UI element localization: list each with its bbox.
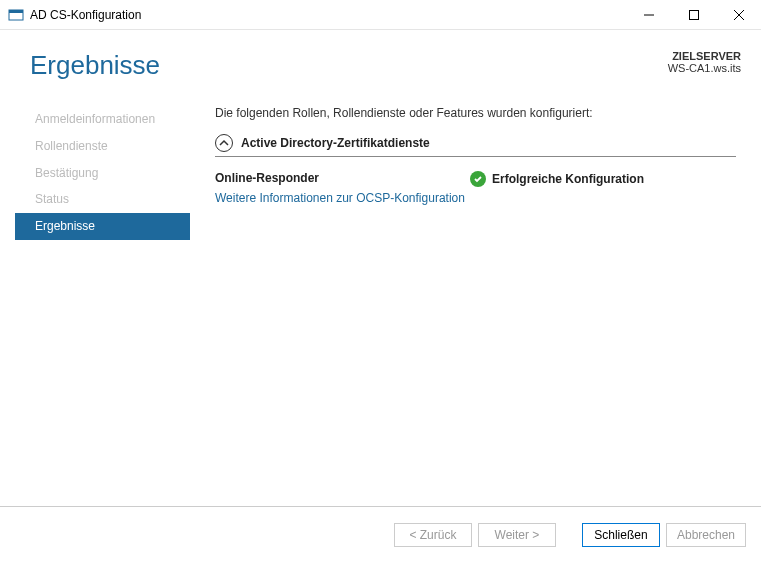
target-server-label: ZIELSERVER	[668, 50, 741, 62]
result-right: Erfolgreiche Konfiguration	[470, 171, 644, 187]
section-title: Active Directory-Zertifikatdienste	[241, 136, 430, 150]
cancel-button: Abbrechen	[666, 523, 746, 547]
result-status-text: Erfolgreiche Konfiguration	[492, 172, 644, 186]
maximize-button[interactable]	[671, 0, 716, 30]
result-row: Online-Responder Weitere Informationen z…	[215, 171, 736, 206]
next-button: Weiter >	[478, 523, 556, 547]
footer: < Zurück Weiter > Schließen Abbrechen	[0, 506, 761, 562]
titlebar: AD CS-Konfiguration	[0, 0, 761, 30]
sidebar-item-credentials: Anmeldeinformationen	[15, 106, 190, 133]
back-button: < Zurück	[394, 523, 472, 547]
result-left: Online-Responder Weitere Informationen z…	[215, 171, 470, 206]
close-button[interactable]	[716, 0, 761, 30]
sidebar-item-confirmation: Bestätigung	[15, 160, 190, 187]
chevron-up-icon	[215, 134, 233, 152]
minimize-button[interactable]	[626, 0, 671, 30]
sidebar-item-progress: Status	[15, 186, 190, 213]
result-role-name: Online-Responder	[215, 171, 470, 185]
sidebar: Anmeldeinformationen Rollendienste Bestä…	[15, 101, 190, 483]
sidebar-item-roleservices: Rollendienste	[15, 133, 190, 160]
intro-text: Die folgenden Rollen, Rollendienste oder…	[215, 106, 736, 120]
window-controls	[626, 0, 761, 29]
target-server-name: WS-CA1.ws.its	[668, 62, 741, 74]
app-icon	[8, 7, 24, 23]
header: Ergebnisse ZIELSERVER WS-CA1.ws.its	[0, 30, 761, 91]
content: Die folgenden Rollen, Rollendienste oder…	[190, 101, 746, 483]
window-title: AD CS-Konfiguration	[30, 8, 626, 22]
sidebar-item-results[interactable]: Ergebnisse	[15, 213, 190, 240]
more-info-link[interactable]: Weitere Informationen zur OCSP-Konfigura…	[215, 191, 465, 205]
success-check-icon	[470, 171, 486, 187]
close-wizard-button[interactable]: Schließen	[582, 523, 660, 547]
page-title: Ergebnisse	[30, 50, 160, 81]
section-header[interactable]: Active Directory-Zertifikatdienste	[215, 134, 736, 157]
body: Anmeldeinformationen Rollendienste Bestä…	[0, 91, 761, 483]
svg-rect-3	[689, 11, 698, 20]
svg-rect-1	[9, 10, 23, 13]
target-server: ZIELSERVER WS-CA1.ws.its	[668, 50, 741, 74]
